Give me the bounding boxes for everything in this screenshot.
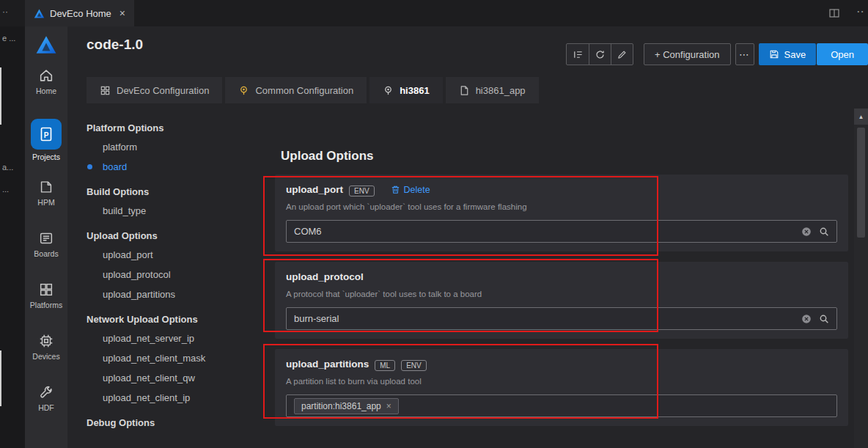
activity-item-home[interactable]: Home	[30, 67, 62, 95]
config-tab-deveco-configuration[interactable]: DevEco Configuration	[87, 77, 222, 103]
editor-tab-title: DevEco Home	[50, 8, 111, 19]
tree-items: platform board	[87, 137, 262, 177]
pin-icon	[383, 85, 394, 96]
tree-section: Upload Options upload_port upload_protoc…	[87, 229, 262, 304]
clear-icon[interactable]	[801, 227, 812, 237]
refresh-icon[interactable]	[589, 44, 611, 65]
tree-item-label: upload_net_client_qw	[103, 372, 195, 383]
activity-item-label: Boards	[34, 249, 58, 258]
tree-item-upload_partitions[interactable]: upload_partitions	[87, 284, 262, 304]
tree-item-upload_net_server_ip[interactable]: upload_net_server_ip	[87, 328, 262, 348]
edge-fragment: ...	[2, 185, 24, 194]
option-input[interactable]: COM6	[286, 220, 837, 243]
trash-icon	[391, 185, 400, 194]
search-icon[interactable]	[819, 314, 829, 324]
activity-item-label: Projects	[32, 153, 60, 161]
tree-section-header: Network Upload Options	[87, 313, 262, 326]
tree-item-upload_net_client_ip[interactable]: upload_net_client_ip	[87, 388, 262, 408]
tree-item-build_type[interactable]: build_type	[87, 201, 262, 221]
chip-remove-icon[interactable]: ×	[386, 402, 391, 411]
tree-item-label: upload_port	[103, 249, 153, 260]
config-tab-label: DevEco Configuration	[117, 85, 209, 96]
option-card-head: upload_partitions MLENV	[286, 357, 837, 371]
partition-chip[interactable]: partition:hi3861_app ×	[294, 398, 399, 414]
option-input[interactable]: burn-serial	[286, 307, 837, 330]
ml-badge: ML	[375, 360, 395, 371]
activity-item-projects[interactable]: P Projects	[30, 119, 62, 161]
option-description: A protocol that `uploader` tool uses to …	[286, 289, 837, 299]
configuration-button[interactable]: + Configuration	[644, 43, 731, 65]
tree-item-label: upload_net_client_ip	[103, 392, 190, 403]
option-input-icons	[801, 314, 829, 324]
projects-icon: P	[31, 119, 62, 150]
option-input-icons	[801, 227, 829, 237]
save-button-label: Save	[784, 49, 806, 60]
panel: Upload Options upload_port ENV Delete An…	[275, 148, 848, 436]
activity-item-hpm[interactable]: HPM	[30, 179, 62, 207]
tree-item-upload_port[interactable]: upload_port	[87, 245, 262, 265]
search-icon[interactable]	[819, 227, 829, 237]
scrollbar[interactable]: ▲	[854, 109, 868, 448]
more-button[interactable]: ⋯	[735, 43, 754, 65]
hpm-icon	[38, 179, 54, 195]
option-name: upload_port	[286, 184, 343, 195]
activity-item-devices[interactable]: Devices	[30, 333, 62, 361]
option-card-head: upload_port ENV Delete	[286, 183, 837, 197]
edge-highlight-bar	[0, 67, 1, 125]
tree-item-upload_net_client_mask[interactable]: upload_net_client_mask	[87, 348, 262, 368]
activity-item-label: HPM	[37, 198, 54, 207]
tree-section-header: Platform Options	[87, 122, 262, 134]
open-button-label: Open	[831, 49, 854, 60]
grid-icon	[100, 85, 111, 96]
activity-item-label: HDF	[38, 403, 54, 412]
activity-item-label: Platforms	[30, 301, 62, 309]
edit-icon[interactable]	[611, 44, 633, 65]
clear-icon[interactable]	[801, 314, 812, 324]
option-name: upload_partitions	[286, 359, 369, 370]
option-input-chips: partition:hi3861_app ×	[294, 398, 829, 414]
card-upload_protocol: upload_protocol A protocol that `uploade…	[275, 262, 848, 339]
header-actions: + Configuration ⋯ Save Open	[566, 43, 868, 65]
activity-item-platforms[interactable]: Platforms	[30, 282, 62, 309]
tree-section-header: Upload Options	[87, 229, 262, 242]
tree-section: Debug Options	[87, 416, 262, 429]
config-tab-hi3861-app[interactable]: hi3861_app	[446, 77, 539, 103]
main-area: code-1.0 + Configuration ⋯ Save Open Dev…	[67, 26, 868, 448]
option-input[interactable]: partition:hi3861_app ×	[286, 394, 837, 417]
tab-close-icon[interactable]: ×	[119, 8, 125, 18]
editor-tab-deveco-home[interactable]: DevEco Home ×	[25, 0, 134, 26]
scroll-up-icon[interactable]: ▲	[854, 109, 868, 125]
deveco-logo	[35, 35, 57, 54]
project-title: code-1.0	[87, 37, 143, 53]
tree-item-upload_protocol[interactable]: upload_protocol	[87, 265, 262, 284]
option-input-value: burn-serial	[294, 313, 794, 324]
split-editor-icon[interactable]	[828, 7, 840, 19]
config-tab-common-configuration[interactable]: Common Configuration	[225, 77, 367, 103]
topbar-overflow-menu[interactable]: ⋯	[856, 4, 865, 18]
tree-section: Network Upload Options upload_net_server…	[87, 313, 262, 408]
edge-highlight-bar	[0, 350, 1, 406]
config-tab-label: hi3861_app	[476, 85, 526, 96]
activity-item-boards[interactable]: Boards	[30, 230, 62, 258]
devices-icon	[38, 333, 54, 349]
open-button[interactable]: Open	[817, 43, 868, 65]
platforms-icon	[38, 282, 54, 298]
window-top-bar: ·· DevEco Home × ⋯	[0, 0, 868, 26]
tree-item-upload_net_client_qw[interactable]: upload_net_client_qw	[87, 368, 262, 388]
tree-item-platform[interactable]: platform	[87, 137, 262, 157]
tree-item-label: upload_partitions	[103, 289, 175, 300]
card-upload_port: upload_port ENV Delete An upload port wh…	[275, 175, 848, 251]
activity-item-hdf[interactable]: HDF	[30, 384, 62, 412]
tree-item-board[interactable]: board	[87, 157, 262, 177]
save-button[interactable]: Save	[759, 43, 817, 65]
env-badge: ENV	[401, 360, 427, 371]
tree-list-icon[interactable]	[567, 44, 589, 65]
scrollbar-thumb[interactable]	[857, 128, 865, 238]
edge-fragment: a...	[2, 163, 24, 172]
boards-icon	[38, 230, 54, 246]
tree-item-label: upload_net_client_mask	[103, 353, 205, 364]
edge-fragment-top: ··	[2, 7, 8, 17]
delete-button[interactable]: Delete	[391, 185, 430, 195]
svg-text:P: P	[44, 131, 49, 139]
config-tab-hi3861[interactable]: hi3861	[369, 77, 442, 103]
